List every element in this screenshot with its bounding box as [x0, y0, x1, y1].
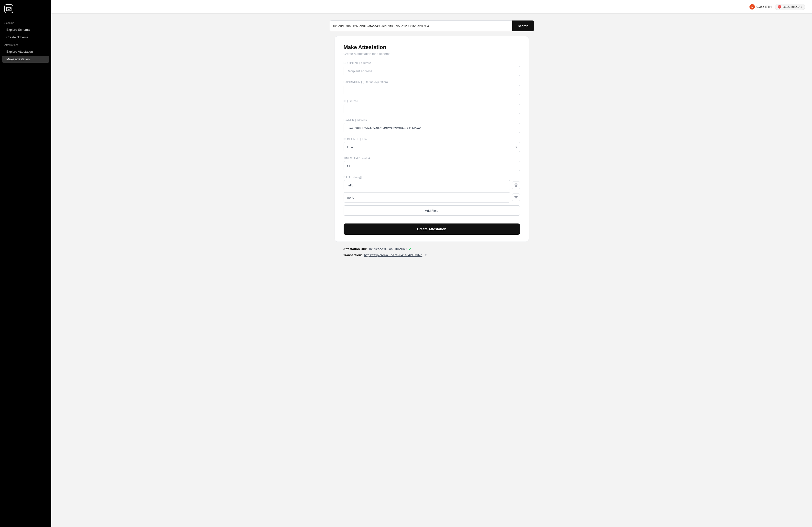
attestation-result: Attestation UID: 0x69eaac94...ab8106c0a9…: [335, 242, 529, 257]
check-icon: ✓: [409, 247, 412, 251]
is-claimed-group: IS CLAIMED | bool True False ▾: [344, 138, 520, 152]
attestation-uid-row: Attestation UID: 0x69eaac94...ab8106c0a9…: [343, 247, 520, 251]
schema-section-label: Schema: [0, 19, 51, 26]
timestamp-input[interactable]: [344, 161, 520, 171]
trash-icon: [514, 183, 518, 187]
topbar: ⬡ 0.355 ETH 0xe2...5bDaA1: [51, 0, 812, 14]
id-group: ID | uint256: [344, 100, 520, 114]
data-group: DATA | string[]: [344, 176, 520, 216]
eth-balance: ⬡ 0.355 ETH: [750, 4, 771, 10]
data-field-row-1: [344, 192, 520, 202]
create-attestation-button[interactable]: Create Attestation: [344, 224, 520, 235]
sidebar-item-create-schema[interactable]: Create Schema: [2, 34, 49, 41]
sidebar-item-explore-schema[interactable]: Explore Schema: [2, 26, 49, 33]
is-claimed-label: IS CLAIMED | bool: [344, 138, 520, 140]
owner-input[interactable]: [344, 123, 520, 133]
logo-area: [0, 4, 51, 19]
recipient-group: RECIPIENT | address: [344, 61, 520, 76]
card-title: Make Attestation: [344, 44, 520, 50]
eth-amount: 0.355 ETH: [756, 5, 771, 9]
delete-field-button-1[interactable]: [512, 194, 520, 201]
card-container: Make Attestation Create a attestation fo…: [327, 36, 537, 267]
app-logo: [4, 4, 13, 13]
main-content: ⬡ 0.355 ETH 0xe2...5bDaA1 Search Make At…: [51, 0, 812, 527]
data-label: DATA | string[]: [344, 176, 520, 179]
tx-label: Transaction:: [343, 253, 362, 257]
uid-value: 0x69eaac94...ab8106c0a9: [369, 247, 407, 251]
wallet-address: 0xe2...5bDaA1: [783, 5, 802, 9]
search-button[interactable]: Search: [512, 20, 534, 31]
expiration-label: EXPIRATION | (0 for no expiration): [344, 80, 520, 84]
timestamp-group: TIMESTAMP | uint64: [344, 157, 520, 171]
eth-icon: ⬡: [750, 4, 755, 10]
data-field-input-1[interactable]: [344, 192, 510, 202]
recipient-input[interactable]: [344, 66, 520, 76]
sidebar-item-make-attestation[interactable]: Make attestation: [2, 56, 49, 63]
owner-group: OWNER | address: [344, 119, 520, 133]
card-subtitle: Create a attestation for a schema.: [344, 52, 520, 56]
wallet-avatar: [778, 5, 781, 9]
trash-icon-1: [514, 196, 518, 199]
owner-label: OWNER | address: [344, 119, 520, 121]
id-input[interactable]: [344, 104, 520, 114]
external-link-icon[interactable]: ↗: [424, 253, 427, 257]
search-input[interactable]: [330, 20, 512, 31]
wallet-badge[interactable]: 0xe2...5bDaA1: [774, 4, 805, 10]
delete-field-button-0[interactable]: [512, 181, 520, 189]
data-field-row-0: [344, 180, 520, 190]
is-claimed-select-wrapper: True False ▾: [344, 142, 520, 152]
add-field-button[interactable]: Add Field: [344, 206, 520, 216]
timestamp-label: TIMESTAMP | uint64: [344, 157, 520, 160]
is-claimed-select[interactable]: True False: [344, 142, 520, 152]
sidebar: Schema Explore Schema Create Schema Atte…: [0, 0, 51, 527]
tx-link[interactable]: https://explorer-a...da7e9641a842153d2d: [364, 253, 422, 257]
recipient-label: RECIPIENT | address: [344, 61, 520, 64]
id-label: ID | uint256: [344, 100, 520, 103]
expiration-input[interactable]: [344, 85, 520, 95]
expiration-group: EXPIRATION | (0 for no expiration): [344, 80, 520, 95]
sidebar-item-explore-attestation[interactable]: Explore Attestation: [2, 48, 49, 55]
transaction-row: Transaction: https://explorer-a...da7e96…: [343, 253, 520, 257]
search-area: Search: [322, 14, 542, 36]
make-attestation-card: Make Attestation Create a attestation fo…: [335, 36, 529, 242]
attestations-section-label: Attestations: [0, 41, 51, 48]
uid-label: Attestation UID:: [343, 247, 367, 251]
svg-rect-0: [6, 7, 11, 11]
data-field-input-0[interactable]: [344, 180, 510, 190]
